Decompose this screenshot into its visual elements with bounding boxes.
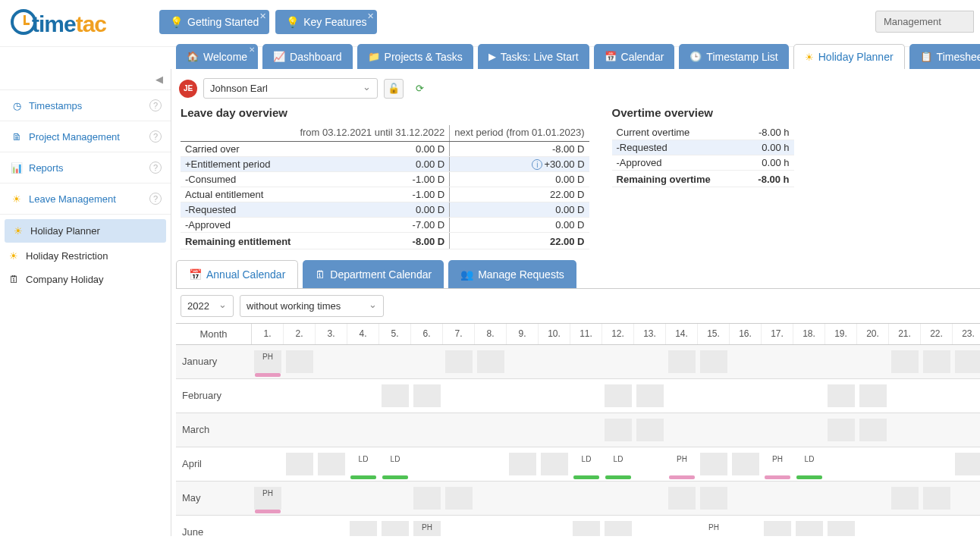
day-cell[interactable] xyxy=(284,345,316,378)
tab-timestamp-list[interactable]: 🕒Timestamp List xyxy=(679,44,788,69)
day-cell[interactable] xyxy=(825,413,857,447)
day-cell[interactable] xyxy=(921,516,953,536)
day-cell[interactable] xyxy=(347,413,379,447)
day-cell[interactable] xyxy=(889,447,921,481)
day-cell[interactable] xyxy=(889,516,921,536)
day-cell[interactable] xyxy=(825,345,857,378)
year-select[interactable]: 2022 xyxy=(181,295,234,317)
key-features-button[interactable]: 💡 Key Features ✕ xyxy=(275,10,377,34)
day-cell[interactable] xyxy=(602,413,634,447)
day-cell[interactable] xyxy=(252,379,284,413)
day-cell[interactable] xyxy=(507,413,539,447)
day-cell[interactable] xyxy=(475,379,507,413)
day-cell[interactable] xyxy=(921,447,953,481)
unlock-button[interactable]: 🔓 xyxy=(384,79,404,99)
day-cell[interactable] xyxy=(443,516,475,536)
day-cell[interactable] xyxy=(698,447,730,481)
day-cell[interactable]: PH xyxy=(252,482,284,515)
day-cell[interactable] xyxy=(953,413,980,447)
day-cell[interactable] xyxy=(793,516,825,536)
tab-tasks-live-start[interactable]: ▶Tasks: Live Start xyxy=(478,44,589,69)
user-select[interactable]: Johnson Earl xyxy=(203,78,378,99)
day-cell[interactable] xyxy=(889,482,921,515)
day-cell[interactable] xyxy=(825,447,857,481)
day-cell[interactable] xyxy=(634,516,666,536)
day-cell[interactable] xyxy=(379,379,411,413)
day-cell[interactable] xyxy=(316,379,347,413)
day-cell[interactable] xyxy=(730,447,762,481)
tab-timesheet-report[interactable]: 📋Timesheet Report xyxy=(909,44,980,69)
day-cell[interactable] xyxy=(475,516,507,536)
day-cell[interactable] xyxy=(443,379,475,413)
day-cell[interactable] xyxy=(411,345,443,378)
day-cell[interactable] xyxy=(347,482,379,515)
day-cell[interactable] xyxy=(857,516,889,536)
sidebar-sub-holiday-planner[interactable]: ☀Holiday Planner xyxy=(5,219,166,243)
day-cell[interactable] xyxy=(411,413,443,447)
day-cell[interactable] xyxy=(252,516,284,536)
day-cell[interactable] xyxy=(316,413,347,447)
day-cell[interactable] xyxy=(507,482,539,515)
day-cell[interactable] xyxy=(889,413,921,447)
day-cell[interactable] xyxy=(825,482,857,515)
day-cell[interactable] xyxy=(507,516,539,536)
day-cell[interactable] xyxy=(857,413,889,447)
day-cell[interactable] xyxy=(539,379,570,413)
day-cell[interactable]: PH xyxy=(411,516,443,536)
day-cell[interactable] xyxy=(857,379,889,413)
day-cell[interactable]: LD xyxy=(793,447,825,481)
day-cell[interactable] xyxy=(762,516,793,536)
day-cell[interactable] xyxy=(379,516,411,536)
day-cell[interactable] xyxy=(411,447,443,481)
day-cell[interactable] xyxy=(507,447,539,481)
day-cell[interactable] xyxy=(793,482,825,515)
day-cell[interactable] xyxy=(475,482,507,515)
day-cell[interactable] xyxy=(793,345,825,378)
day-cell[interactable] xyxy=(953,482,980,515)
day-cell[interactable] xyxy=(411,379,443,413)
day-cell[interactable] xyxy=(634,379,666,413)
day-cell[interactable] xyxy=(953,345,980,378)
day-cell[interactable] xyxy=(347,345,379,378)
day-cell[interactable] xyxy=(730,379,762,413)
day-cell[interactable] xyxy=(284,482,316,515)
day-cell[interactable]: LD xyxy=(347,447,379,481)
day-cell[interactable] xyxy=(698,413,730,447)
day-cell[interactable] xyxy=(507,379,539,413)
day-cell[interactable]: LD xyxy=(379,447,411,481)
day-cell[interactable] xyxy=(730,413,762,447)
day-cell[interactable]: LD xyxy=(602,447,634,481)
day-cell[interactable] xyxy=(539,482,570,515)
tab-calendar[interactable]: 📅Calendar xyxy=(594,44,675,69)
day-cell[interactable] xyxy=(539,345,570,378)
day-cell[interactable] xyxy=(284,413,316,447)
help-icon[interactable]: ? xyxy=(149,99,162,111)
day-cell[interactable] xyxy=(953,379,980,413)
day-cell[interactable] xyxy=(539,447,570,481)
day-cell[interactable] xyxy=(347,516,379,536)
sidebar-sub-holiday-restriction[interactable]: ☀Holiday Restriction xyxy=(0,244,171,268)
day-cell[interactable] xyxy=(698,379,730,413)
day-cell[interactable] xyxy=(698,482,730,515)
day-cell[interactable] xyxy=(316,482,347,515)
day-cell[interactable] xyxy=(316,447,347,481)
sidebar-item-timestamps[interactable]: ◷Timestamps? xyxy=(0,90,171,121)
management-select[interactable]: Management xyxy=(875,11,974,33)
day-cell[interactable] xyxy=(252,413,284,447)
day-cell[interactable] xyxy=(921,379,953,413)
day-cell[interactable] xyxy=(443,413,475,447)
day-cell[interactable] xyxy=(443,345,475,378)
day-cell[interactable] xyxy=(857,345,889,378)
day-cell[interactable] xyxy=(921,413,953,447)
sidebar-item-leave-management[interactable]: ☀Leave Management? xyxy=(0,184,171,215)
day-cell[interactable] xyxy=(762,413,793,447)
day-cell[interactable] xyxy=(921,345,953,378)
tab-welcome[interactable]: 🏠Welcome✕ xyxy=(176,44,258,69)
day-cell[interactable] xyxy=(475,413,507,447)
day-cell[interactable] xyxy=(921,482,953,515)
day-cell[interactable] xyxy=(634,482,666,515)
sidebar-sub-company-holiday[interactable]: 🗓Company Holiday xyxy=(0,268,171,291)
day-cell[interactable]: PH xyxy=(666,447,698,481)
day-cell[interactable] xyxy=(570,379,602,413)
help-icon[interactable]: ? xyxy=(149,162,162,174)
